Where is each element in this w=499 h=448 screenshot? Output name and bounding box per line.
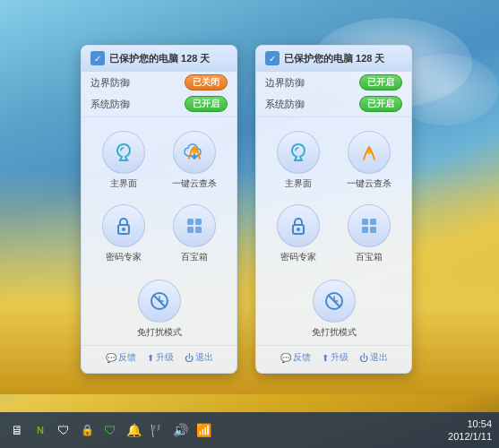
nodisturb-label-right: 免打扰模式 xyxy=(312,326,357,339)
exit-button-left[interactable]: ⏻ 退出 xyxy=(185,351,213,364)
taskbar: 🖥 N 🛡 🔒 🛡 🔔 🏴 🔊 📶 10:54 2012/1/11 xyxy=(0,412,499,448)
upgrade-button-right[interactable]: ⬆ 升级 xyxy=(322,351,348,364)
border-defense-row-right: 边界防御 已开启 xyxy=(256,72,411,93)
taskbar-icon-alert[interactable]: 🔔 xyxy=(124,420,143,440)
toolbox-button-left[interactable]: 百宝箱 xyxy=(159,197,230,271)
border-defense-row-left: 边界防御 已关闭 xyxy=(82,72,237,93)
password-label-right: 密码专家 xyxy=(280,251,316,263)
svg-point-3 xyxy=(122,228,125,231)
exit-button-right[interactable]: ⏻ 退出 xyxy=(359,351,388,364)
home-label-left: 主界面 xyxy=(110,177,137,190)
feedback-label-right: 反馈 xyxy=(293,351,311,364)
upgrade-button-left[interactable]: ⬆ 升级 xyxy=(147,351,174,364)
feedback-button-left[interactable]: 💬 反馈 xyxy=(106,351,136,364)
system-defense-badge-left[interactable]: 已开启 xyxy=(185,96,228,112)
taskbar-clock: 10:54 2012/1/11 xyxy=(448,418,492,444)
panel-grid-right: 主界面 一键云查杀 xyxy=(256,119,411,275)
exit-label-right: 退出 xyxy=(370,351,388,364)
panel-footer-left: 💬 反馈 ⬆ 升级 ⏻ 退出 xyxy=(82,345,237,366)
panels-container: ✓ 已保护您的电脑 128 天 边界防御 已关闭 系统防御 已开启 主界面 xyxy=(81,45,412,374)
panel-divider-left xyxy=(82,116,237,117)
home-icon-left xyxy=(102,131,145,174)
svg-rect-17 xyxy=(370,227,376,233)
svg-rect-14 xyxy=(362,219,368,225)
security-panel-left: ✓ 已保护您的电脑 128 天 边界防御 已关闭 系统防御 已开启 主界面 xyxy=(81,45,237,374)
password-button-left[interactable]: 密码专家 xyxy=(89,197,159,271)
feedback-button-right[interactable]: 💬 反馈 xyxy=(280,351,311,364)
nodisturb-button-right[interactable]: 免打扰模式 xyxy=(256,275,411,343)
taskbar-icon-monitor[interactable]: 🖥 xyxy=(7,420,27,440)
home-label-right: 主界面 xyxy=(285,177,312,190)
cloud-scan-icon-right xyxy=(348,131,391,174)
border-defense-label-left: 边界防御 xyxy=(90,76,130,90)
taskbar-icon-flag[interactable]: 🏴 xyxy=(147,420,167,440)
home-button-left[interactable]: 主界面 xyxy=(89,124,159,197)
border-defense-badge-right[interactable]: 已开启 xyxy=(359,74,402,90)
upgrade-label-left: 升级 xyxy=(156,351,174,364)
panel-header-right: ✓ 已保护您的电脑 128 天 xyxy=(256,46,411,72)
panel-logo-icon-left: ✓ xyxy=(90,51,105,65)
svg-rect-5 xyxy=(195,219,202,225)
nodisturb-icon-left xyxy=(138,280,181,323)
feedback-icon-right: 💬 xyxy=(280,353,291,363)
password-button-right[interactable]: 密码专家 xyxy=(263,197,334,271)
panel-logo-icon-right: ✓ xyxy=(265,51,280,65)
upgrade-icon-right: ⬆ xyxy=(322,353,329,363)
svg-rect-7 xyxy=(195,227,202,233)
password-label-left: 密码专家 xyxy=(106,251,142,263)
home-button-right[interactable]: 主界面 xyxy=(263,124,334,197)
system-defense-label-left: 系统防御 xyxy=(90,98,130,111)
svg-rect-6 xyxy=(187,227,194,233)
password-icon-right xyxy=(277,204,320,247)
system-defense-label-right: 系统防御 xyxy=(265,98,305,111)
panel-header-title-right: 已保护您的电脑 128 天 xyxy=(284,52,384,65)
system-defense-badge-right[interactable]: 已开启 xyxy=(359,96,402,112)
toolbox-icon-right xyxy=(348,204,391,247)
feedback-icon-left: 💬 xyxy=(106,353,116,363)
svg-rect-16 xyxy=(362,227,368,233)
nodisturb-button-left[interactable]: 免打扰模式 xyxy=(82,275,237,343)
taskbar-icon-security[interactable]: 🔒 xyxy=(77,420,97,440)
system-defense-row-right: 系统防御 已开启 xyxy=(256,93,411,115)
panel-header-left: ✓ 已保护您的电脑 128 天 xyxy=(82,46,237,72)
nodisturb-icon-right xyxy=(313,280,356,323)
taskbar-icon-shield1[interactable]: 🛡 xyxy=(54,420,73,440)
feedback-label-left: 反馈 xyxy=(118,351,136,364)
toolbox-button-right[interactable]: 百宝箱 xyxy=(334,197,405,271)
security-panel-right: ✓ 已保护您的电脑 128 天 边界防御 已开启 系统防御 已开启 主界面 xyxy=(255,45,412,374)
border-defense-label-right: 边界防御 xyxy=(265,76,305,90)
panel-header-title-left: 已保护您的电脑 128 天 xyxy=(109,52,210,65)
exit-label-left: 退出 xyxy=(195,351,213,364)
panel-footer-right: 💬 反馈 ⬆ 升级 ⏻ 退出 xyxy=(256,345,411,366)
system-defense-row-left: 系统防御 已开启 xyxy=(82,93,237,115)
svg-rect-15 xyxy=(370,219,376,225)
upgrade-label-right: 升级 xyxy=(331,351,348,364)
taskbar-icons: 🖥 N 🛡 🔒 🛡 🔔 🏴 🔊 📶 xyxy=(7,420,448,440)
exit-icon-left: ⏻ xyxy=(185,353,194,363)
border-defense-badge-left[interactable]: 已关闭 xyxy=(185,74,228,90)
toolbox-label-right: 百宝箱 xyxy=(356,251,383,263)
toolbox-icon-left xyxy=(173,204,216,247)
toolbox-label-left: 百宝箱 xyxy=(181,251,208,263)
clock-date: 2012/1/11 xyxy=(448,430,492,443)
password-icon-left xyxy=(102,204,145,247)
cloud-scan-button-left[interactable]: 一键云查杀 xyxy=(159,124,230,197)
svg-point-13 xyxy=(297,228,300,231)
taskbar-icon-nvidia[interactable]: N xyxy=(30,420,50,440)
cloud-scan-label-left: 一键云查杀 xyxy=(172,177,217,190)
taskbar-icon-volume[interactable]: 🔊 xyxy=(170,420,190,440)
cloud-scan-label-right: 一键云查杀 xyxy=(347,177,391,190)
taskbar-icon-network[interactable]: 📶 xyxy=(194,420,213,440)
cloud-scan-icon-left xyxy=(173,131,216,174)
cloud-scan-button-right[interactable]: 一键云查杀 xyxy=(334,124,405,197)
exit-icon-right: ⏻ xyxy=(359,353,368,363)
home-icon-right xyxy=(277,131,320,174)
upgrade-icon-left: ⬆ xyxy=(147,353,154,363)
nodisturb-label-left: 免打扰模式 xyxy=(137,326,182,339)
clock-time: 10:54 xyxy=(467,418,492,430)
panel-divider-right xyxy=(256,116,411,117)
panel-grid-left: 主界面 一键云查杀 xyxy=(82,119,237,275)
svg-rect-4 xyxy=(187,219,194,225)
taskbar-icon-shield2[interactable]: 🛡 xyxy=(100,420,120,440)
